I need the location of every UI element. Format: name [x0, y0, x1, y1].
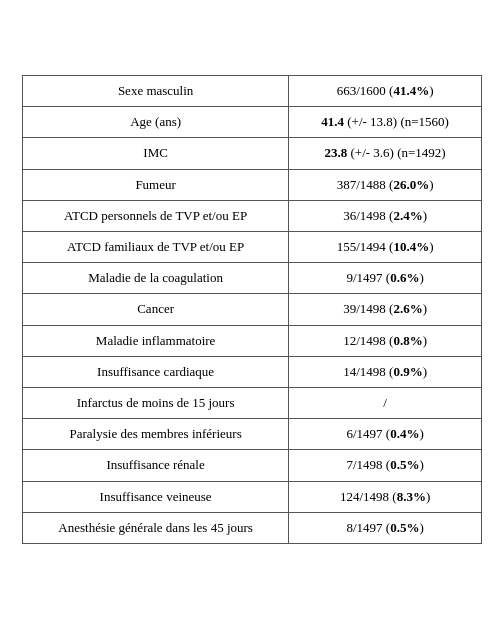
- row-label: Sexe masculin: [23, 76, 289, 107]
- row-value: 387/1488 (26.0%): [289, 169, 482, 200]
- table-row: Cancer39/1498 (2.6%): [23, 294, 482, 325]
- table-row: Maladie inflammatoire12/1498 (0.8%): [23, 325, 482, 356]
- row-label: IMC: [23, 138, 289, 169]
- row-value: 14/1498 (0.9%): [289, 356, 482, 387]
- row-value: 7/1498 (0.5%): [289, 450, 482, 481]
- table-row: Fumeur387/1488 (26.0%): [23, 169, 482, 200]
- table-row: Insuffisance cardiaque14/1498 (0.9%): [23, 356, 482, 387]
- row-label: ATCD personnels de TVP et/ou EP: [23, 200, 289, 231]
- row-value: 8/1497 (0.5%): [289, 512, 482, 543]
- data-table: Sexe masculin663/1600 (41.4%)Age (ans)41…: [22, 75, 482, 544]
- main-table-container: Sexe masculin663/1600 (41.4%)Age (ans)41…: [22, 75, 482, 544]
- row-label: Maladie inflammatoire: [23, 325, 289, 356]
- table-row: IMC23.8 (+/- 3.6) (n=1492): [23, 138, 482, 169]
- row-label: Fumeur: [23, 169, 289, 200]
- table-row: Insuffisance rénale7/1498 (0.5%): [23, 450, 482, 481]
- row-value: 23.8 (+/- 3.6) (n=1492): [289, 138, 482, 169]
- table-row: ATCD familiaux de TVP et/ou EP155/1494 (…: [23, 232, 482, 263]
- row-label: Insuffisance veineuse: [23, 481, 289, 512]
- table-row: Paralysie des membres inférieurs6/1497 (…: [23, 419, 482, 450]
- table-row: Anesthésie générale dans les 45 jours8/1…: [23, 512, 482, 543]
- row-label: Maladie de la coagulation: [23, 263, 289, 294]
- row-value: 41.4 (+/- 13.8) (n=1560): [289, 107, 482, 138]
- table-row: Infarctus de moins de 15 jours/: [23, 387, 482, 418]
- row-value: /: [289, 387, 482, 418]
- row-value: 6/1497 (0.4%): [289, 419, 482, 450]
- table-row: ATCD personnels de TVP et/ou EP36/1498 (…: [23, 200, 482, 231]
- row-value: 155/1494 (10.4%): [289, 232, 482, 263]
- table-row: Age (ans)41.4 (+/- 13.8) (n=1560): [23, 107, 482, 138]
- row-label: Insuffisance rénale: [23, 450, 289, 481]
- row-value: 124/1498 (8.3%): [289, 481, 482, 512]
- row-label: ATCD familiaux de TVP et/ou EP: [23, 232, 289, 263]
- row-label: Insuffisance cardiaque: [23, 356, 289, 387]
- row-value: 39/1498 (2.6%): [289, 294, 482, 325]
- row-value: 9/1497 (0.6%): [289, 263, 482, 294]
- row-value: 12/1498 (0.8%): [289, 325, 482, 356]
- table-row: Maladie de la coagulation9/1497 (0.6%): [23, 263, 482, 294]
- row-label: Cancer: [23, 294, 289, 325]
- row-label: Paralysie des membres inférieurs: [23, 419, 289, 450]
- row-label: Age (ans): [23, 107, 289, 138]
- row-label: Infarctus de moins de 15 jours: [23, 387, 289, 418]
- row-label: Anesthésie générale dans les 45 jours: [23, 512, 289, 543]
- row-value: 36/1498 (2.4%): [289, 200, 482, 231]
- row-value: 663/1600 (41.4%): [289, 76, 482, 107]
- table-row: Sexe masculin663/1600 (41.4%): [23, 76, 482, 107]
- table-row: Insuffisance veineuse124/1498 (8.3%): [23, 481, 482, 512]
